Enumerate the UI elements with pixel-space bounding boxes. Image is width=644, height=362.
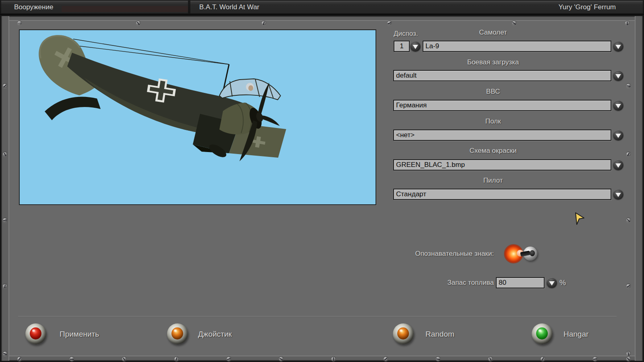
amber-lamp-lens xyxy=(397,327,409,339)
screw-icon xyxy=(279,357,283,361)
fuel-dropdown-arrow-icon[interactable] xyxy=(547,278,557,288)
screw-icon xyxy=(626,218,631,222)
aircraft-render xyxy=(20,30,376,204)
frame-edge-bottom xyxy=(1,356,643,361)
skin-dropdown-arrow-icon[interactable] xyxy=(613,160,623,170)
screw-icon xyxy=(17,21,22,25)
screw-icon xyxy=(436,357,440,361)
screw-icon xyxy=(262,21,266,25)
aircraft-select[interactable]: La-9 xyxy=(423,41,611,52)
amber-lamp-lens xyxy=(171,327,183,339)
skin-label: Схема окраски xyxy=(384,147,602,155)
screw-icon xyxy=(3,352,7,356)
window-title: B.A.T. World At War xyxy=(199,3,259,11)
screw-icon xyxy=(122,357,126,361)
screw-icon xyxy=(488,357,493,361)
screw-icon xyxy=(626,284,631,288)
airforce-dropdown-arrow-icon[interactable] xyxy=(613,100,623,111)
regiment-label: Полк xyxy=(384,117,602,125)
screw-icon xyxy=(541,357,545,361)
bottom-divider xyxy=(18,316,617,317)
pilot-select[interactable]: Стандарт xyxy=(393,189,611,200)
screw-icon xyxy=(593,357,597,361)
loadout-label: Боевая загрузка xyxy=(384,58,602,66)
skin-select[interactable]: GREEN_BLAC_1.bmp xyxy=(393,159,611,171)
screw-icon xyxy=(331,357,336,361)
tab-armament-label: Вооружение xyxy=(14,3,53,11)
screw-icon xyxy=(3,284,7,288)
markings-label: Опознавательные знаки: xyxy=(362,250,494,258)
apply-button[interactable]: Применить xyxy=(25,323,126,347)
screw-icon xyxy=(512,21,516,25)
markings-toggle-switch[interactable] xyxy=(523,247,537,261)
pilot-label: Пилот xyxy=(384,177,602,185)
screw-icon xyxy=(384,357,388,361)
dispos-dropdown-arrow-icon[interactable] xyxy=(410,41,421,51)
loadout-dropdown-arrow-icon[interactable] xyxy=(613,70,623,81)
random-button[interactable]: Random xyxy=(393,323,485,347)
screw-icon xyxy=(17,357,22,361)
screw-icon xyxy=(626,84,631,88)
joystick-button[interactable]: Джойстик xyxy=(167,323,268,347)
screw-icon xyxy=(387,21,392,25)
hangar-button-label[interactable]: Hangar xyxy=(564,330,588,339)
screw-icon xyxy=(3,84,7,88)
screw-icon xyxy=(174,357,179,361)
frame-edge-right xyxy=(635,16,643,361)
hangar-lamp-icon[interactable] xyxy=(532,323,553,344)
screw-icon xyxy=(227,357,231,361)
regiment-select[interactable]: <нет> xyxy=(393,130,611,141)
arming-screen: Вооружение B.A.T. World At War Yury 'Gro… xyxy=(0,0,644,362)
airforce-select[interactable]: Германия xyxy=(393,100,611,111)
player-name: Yury 'Grog' Ferrum xyxy=(558,1,616,14)
hangar-button[interactable]: Hangar xyxy=(532,323,620,347)
aircraft-label: Самолет xyxy=(384,29,602,37)
tab-smudge-decoration xyxy=(62,6,188,12)
screw-icon xyxy=(626,352,631,356)
fuel-input[interactable]: 80 xyxy=(496,277,545,288)
frame-edge-top xyxy=(1,16,643,21)
screw-icon xyxy=(70,357,74,361)
random-lamp-icon[interactable] xyxy=(393,323,414,344)
apply-lamp-icon[interactable] xyxy=(25,323,46,344)
aircraft-preview xyxy=(19,29,376,205)
dispos-select[interactable]: 1 xyxy=(394,41,410,52)
fuel-unit-label: % xyxy=(559,279,566,287)
joystick-button-label[interactable]: Джойстик xyxy=(198,330,232,339)
mouse-cursor xyxy=(574,212,586,228)
airforce-label: ВВС xyxy=(384,88,602,96)
tab-armament[interactable]: Вооружение xyxy=(1,1,188,14)
pilot-dropdown-arrow-icon[interactable] xyxy=(613,189,623,200)
apply-button-label[interactable]: Применить xyxy=(60,330,99,339)
red-lamp-lens xyxy=(30,327,41,339)
screw-icon xyxy=(626,152,631,156)
screw-icon xyxy=(626,357,631,361)
joystick-lamp-icon[interactable] xyxy=(167,323,188,344)
frame-edge-left xyxy=(1,16,9,361)
screw-icon xyxy=(3,152,7,156)
aircraft-dropdown-arrow-icon[interactable] xyxy=(613,41,623,51)
screw-icon xyxy=(625,21,630,25)
screw-icon xyxy=(3,218,7,222)
fuel-label: Запас топлива xyxy=(402,279,494,287)
green-lamp-lens xyxy=(536,327,548,339)
random-button-label[interactable]: Random xyxy=(425,330,454,339)
loadout-select[interactable]: default xyxy=(393,70,611,81)
top-tab-bar: Вооружение B.A.T. World At War Yury 'Gro… xyxy=(0,0,644,15)
screw-icon xyxy=(136,21,140,25)
regiment-dropdown-arrow-icon[interactable] xyxy=(613,130,623,140)
